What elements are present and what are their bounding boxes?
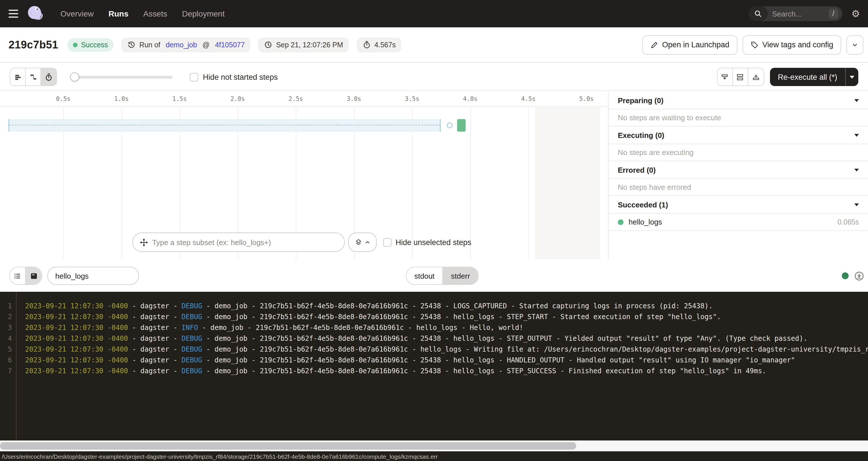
section-title: Succeeded (1) — [618, 200, 668, 209]
log-stream-tabs: stdout stderr — [406, 267, 478, 285]
run-of-text: Run of — [140, 41, 162, 49]
hide-unselected-checkbox[interactable] — [383, 238, 392, 246]
nav-deployment[interactable]: Deployment — [182, 9, 224, 18]
log-line-number-gutter: 1234567 — [0, 292, 17, 440]
chevron-down-icon — [854, 203, 859, 206]
dagster-run-page: Overview Runs Assets Deployment Search..… — [0, 0, 868, 461]
log-step-filter-value: hello_logs — [55, 272, 89, 280]
hide-unselected-label[interactable]: Hide unselected steps — [396, 238, 471, 246]
step-duration: 0.065s — [838, 218, 859, 226]
step-bar-hello-logs[interactable] — [457, 119, 466, 132]
chevron-down-icon — [850, 75, 854, 79]
tick-label: 1.5s — [173, 95, 187, 102]
step-marker-circle — [447, 123, 453, 128]
layers-icon — [354, 238, 362, 246]
raw-log-viewer: 1234567 2023-09-21 12:07:30 -0400 - dags… — [0, 292, 868, 440]
list-view-icon[interactable] — [10, 267, 26, 284]
section-executing-empty: No steps are executing — [609, 144, 868, 161]
tick-label: 2.0s — [230, 95, 245, 102]
tick-label: 3.0s — [347, 95, 361, 102]
stopwatch-icon — [363, 40, 371, 49]
gantt-view-mode-group — [10, 68, 57, 86]
gantt-timeline: 0.5s 1.0s 1.5s 2.0s 2.5s 3.0s 3.5s 4.0s … — [0, 92, 608, 107]
reexecute-all-button[interactable]: Re-execute all (*) — [770, 68, 858, 86]
gantt-chart: 0.5s 1.0s 1.5s 2.0s 2.5s 3.0s 3.5s 4.0s … — [0, 92, 608, 259]
step-subset-placeholder: Type a step subset (ex: hello_logs+) — [152, 238, 271, 246]
search-placeholder: Search... — [772, 9, 802, 18]
reexecute-all-label[interactable]: Re-execute all (*) — [770, 68, 845, 86]
reexecute-menu-button[interactable] — [845, 68, 858, 86]
search-icon — [748, 6, 768, 21]
gantt-zoom-slider-knob[interactable] — [70, 72, 79, 81]
timestamp-label: Sep 21, 12:07:26 PM — [276, 41, 343, 49]
nav-overview[interactable]: Overview — [60, 9, 94, 18]
step-name: hello_logs — [629, 218, 662, 226]
status-badge: Success — [67, 38, 114, 52]
timestamp-pill: Sep 21, 12:07:26 PM — [258, 37, 349, 52]
expand-bottom-icon[interactable] — [748, 68, 764, 86]
open-in-launchpad-button[interactable]: Open in Launchpad — [642, 35, 738, 54]
split-panels-icon[interactable] — [733, 68, 748, 86]
panel-layout-group — [717, 68, 764, 86]
tag-icon — [750, 41, 758, 49]
step-waiting-bar — [8, 119, 440, 132]
job-link[interactable]: demo_job — [166, 41, 197, 49]
tick-label: 0.5s — [56, 95, 71, 102]
topbar: Overview Runs Assets Deployment Search..… — [0, 0, 868, 27]
gear-icon[interactable]: ⚙ — [851, 9, 860, 19]
search-input[interactable]: Search... / — [748, 6, 842, 21]
hide-not-started-label[interactable]: Hide not started steps — [203, 73, 278, 81]
run-actions-menu-button[interactable] — [846, 35, 863, 54]
tick-label: 3.5s — [405, 95, 420, 102]
step-subset-row: Type a step subset (ex: hello_logs+) Hid… — [0, 232, 608, 252]
tick-label: 4.0s — [463, 95, 477, 102]
chevron-down-icon — [854, 99, 859, 102]
section-succeeded[interactable]: Succeeded (1) — [609, 196, 868, 214]
horizontal-scrollbar — [0, 440, 868, 451]
waterfall-view-icon[interactable] — [26, 68, 41, 86]
success-dot-icon — [73, 42, 78, 47]
view-tags-config-button[interactable]: View tags and config — [742, 35, 841, 54]
tab-stderr[interactable]: stderr — [443, 267, 478, 284]
nav-runs[interactable]: Runs — [108, 9, 128, 18]
log-path-footer: /Users/erincochran/Desktop/dagster-examp… — [0, 451, 868, 461]
log-line: 2023-09-21 12:07:30 -0400 - dagster - DE… — [25, 312, 868, 322]
section-title: Preparing (0) — [618, 96, 663, 104]
gantt-zoom-slider[interactable] — [71, 75, 173, 79]
log-file-path: /Users/erincochran/Desktop/dagster-examp… — [2, 453, 438, 460]
snapshot-link[interactable]: 4f105077 — [215, 41, 245, 49]
chevron-down-icon — [854, 134, 859, 136]
nav-assets[interactable]: Assets — [143, 9, 167, 18]
hamburger-icon[interactable] — [7, 7, 21, 21]
section-executing[interactable]: Executing (0) — [609, 126, 868, 144]
section-preparing[interactable]: Preparing (0) — [609, 92, 868, 110]
log-step-filter-input[interactable]: hello_logs — [47, 267, 139, 285]
log-line: 2023-09-21 12:07:30 -0400 - dagster - DE… — [25, 333, 868, 344]
search-shortcut-badge: / — [829, 8, 838, 19]
section-title: Errored (0) — [618, 165, 656, 174]
flat-view-icon[interactable] — [10, 68, 26, 86]
run-of-pill: Run of demo_job @ 4f105077 — [122, 37, 250, 52]
header-actions: Open in Launchpad View tags and config — [642, 35, 863, 54]
at-separator: @ — [200, 41, 212, 49]
main-nav: Overview Runs Assets Deployment — [60, 9, 224, 18]
horizontal-scrollbar-thumb[interactable] — [0, 442, 576, 450]
dagster-logo[interactable] — [26, 4, 45, 23]
collapse-bottom-icon[interactable] — [717, 68, 733, 86]
raw-view-icon[interactable] — [26, 267, 41, 284]
section-errored[interactable]: Errored (0) — [609, 161, 868, 179]
download-icon[interactable] — [854, 271, 864, 281]
chevron-up-icon — [364, 239, 371, 246]
tab-stdout[interactable]: stdout — [406, 267, 443, 284]
step-row-hello-logs[interactable]: hello_logs 0.065s — [609, 214, 868, 231]
log-line: 2023-09-21 12:07:30 -0400 - dagster - DE… — [25, 344, 868, 355]
timer-view-icon[interactable] — [41, 68, 56, 86]
run-id-title: 219c7b51 — [8, 38, 58, 51]
op-selection-layers-button[interactable] — [348, 233, 377, 252]
tick-label: 2.5s — [289, 95, 303, 102]
clock-icon — [264, 40, 273, 49]
duration-pill: 4.567s — [357, 37, 402, 52]
capture-status-dot — [842, 272, 848, 279]
hide-not-started-checkbox[interactable] — [190, 73, 198, 81]
step-subset-input[interactable]: Type a step subset (ex: hello_logs+) — [132, 233, 345, 252]
